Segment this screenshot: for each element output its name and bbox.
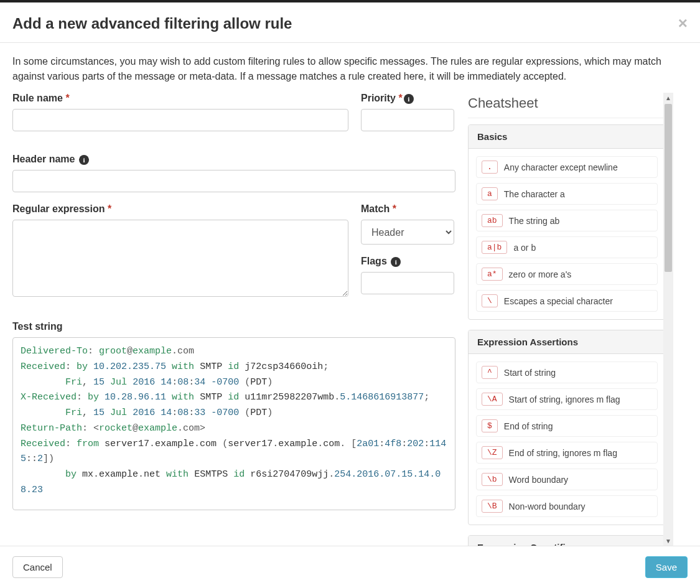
cheat-row: \BNon-word boundary [476, 495, 658, 517]
modal-title: Add a new advanced filtering allow rule [12, 15, 292, 32]
cheat-desc: Non-word boundary [509, 502, 586, 511]
info-icon[interactable]: i [404, 94, 414, 104]
cheat-desc: The character a [504, 189, 565, 199]
save-button[interactable]: Save [645, 556, 688, 578]
flags-input[interactable] [361, 272, 454, 294]
close-button[interactable]: × [678, 15, 688, 31]
cheat-row: \AStart of string, ignores m flag [476, 388, 658, 410]
cheat-desc: Word boundary [509, 475, 568, 485]
cheat-desc: End of string [504, 421, 553, 431]
match-label: Match * [361, 203, 454, 215]
cheat-section-header: Expression Assertions [469, 330, 665, 354]
cheat-desc: Start of string, ignores m flag [509, 394, 620, 404]
scrollbar[interactable]: ▲ ▼ [663, 93, 673, 546]
info-icon[interactable]: i [391, 257, 401, 267]
cheat-code: a|b [482, 241, 507, 254]
test-string-label: Test string [12, 321, 455, 332]
cheat-row: $End of string [476, 415, 658, 437]
cheat-code: . [482, 161, 498, 174]
rule-name-input[interactable] [12, 109, 348, 131]
priority-label: Priority *i [361, 93, 454, 104]
cheat-code: ^ [482, 366, 498, 379]
cheat-code: \A [482, 393, 503, 406]
cheat-row: .Any character except newline [476, 156, 658, 178]
scroll-up-icon[interactable]: ▲ [663, 93, 673, 103]
info-icon[interactable]: i [79, 155, 89, 165]
cheat-row: \Escapes a special character [476, 290, 658, 312]
cheat-code: a* [482, 268, 503, 281]
cheat-row: a|ba or b [476, 236, 658, 258]
cheat-row: \bWord boundary [476, 469, 658, 490]
cheat-row: aThe character a [476, 183, 658, 205]
cheat-desc: End of string, ignores m flag [509, 448, 617, 458]
flags-label: Flags i [361, 256, 454, 267]
cheat-desc: The string ab [509, 216, 560, 226]
cheat-code: a [482, 187, 498, 200]
cheat-desc: Any character except newline [504, 162, 618, 172]
rule-name-label: Rule name * [12, 93, 348, 104]
cheat-desc: a or b [513, 243, 536, 253]
cheat-code: $ [482, 419, 498, 432]
cheat-row: \ZEnd of string, ignores m flag [476, 442, 658, 464]
cheat-desc: zero or more a's [509, 269, 572, 279]
cheat-row: abThe string ab [476, 210, 658, 231]
cheat-section-header: Basics [469, 125, 665, 149]
header-name-label: Header name i [12, 154, 455, 165]
modal-description: In some circumstances, you may wish to a… [0, 43, 700, 84]
cheat-code: \B [482, 500, 503, 513]
cheat-code: \b [482, 473, 503, 486]
scroll-down-icon[interactable]: ▼ [663, 536, 673, 546]
cheatsheet-title: Cheatsheet [468, 95, 666, 118]
cheat-desc: Start of string [504, 368, 556, 378]
cheat-row: ^Start of string [476, 362, 658, 383]
cheat-row: a*zero or more a's [476, 263, 658, 285]
cheat-desc: Escapes a special character [504, 296, 613, 306]
match-select[interactable]: Header [361, 220, 454, 245]
cheat-code: \ [482, 294, 498, 307]
test-string-input[interactable]: Delivered-To: groot@example.com Received… [12, 337, 455, 510]
cheat-code: ab [482, 214, 503, 227]
cheat-section-header: Expression Quantifiers [469, 536, 665, 546]
cheat-code: \Z [482, 446, 503, 459]
cancel-button[interactable]: Cancel [12, 556, 63, 578]
priority-input[interactable] [361, 109, 454, 131]
regex-input[interactable] [12, 220, 348, 297]
regex-label: Regular expression * [12, 203, 348, 215]
header-name-input[interactable] [12, 170, 455, 192]
scrollbar-thumb[interactable] [665, 104, 672, 272]
